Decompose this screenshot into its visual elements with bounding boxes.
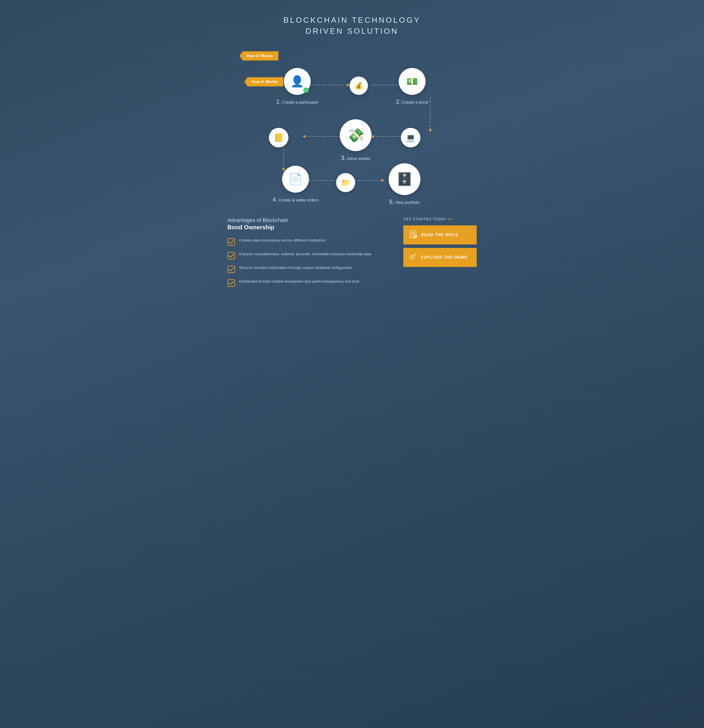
small-trade-circle: 💻 (401, 128, 420, 147)
advantage-text-2: Ensures comprehensive, ordered, accurate… (239, 251, 371, 257)
check-icon-3 (227, 266, 235, 273)
step-1-circle: 👤 + (284, 68, 311, 95)
step-3-node: 💸 3. Issue quotes (340, 119, 372, 161)
bottom-section: Advantages of Blockchain Bond Ownership … (227, 217, 477, 292)
advantage-text-4: Distributed records combat monopolies an… (239, 279, 359, 284)
step-4-icon: 📄 (289, 173, 302, 186)
svg-marker-5 (429, 129, 432, 132)
small-ledger-icon: 📒 (274, 133, 284, 142)
advantages-title: Bond Ownership (227, 224, 384, 231)
cta-col: GET STARTED TODAY >> API READ THE DOCS (403, 217, 477, 270)
flow-diagram: How It Works 👤 + 1. Create a participant… (244, 61, 460, 198)
read-docs-icon: API (409, 230, 417, 240)
step-2-icon: 💵 (406, 76, 418, 87)
small-folder-icon: 📁 (341, 178, 350, 187)
step-1-icon: 👤 (290, 75, 304, 88)
small-folder-circle: 📁 (336, 173, 355, 192)
step-5-icon: 🗄️ (397, 172, 413, 186)
page-title: BLOCKCHAIN TECHNOLOGY DRIVEN SOLUTION (227, 14, 477, 37)
step-1-plus: + (303, 88, 309, 93)
small-bond-node: 💰 (349, 77, 368, 95)
small-trade-node: 💻 (401, 128, 420, 147)
check-icon-2 (227, 252, 235, 260)
explore-demo-button[interactable]: EXPLORE THE DEMO (403, 248, 477, 267)
advantage-item-3: Secures sensitive information through un… (227, 265, 384, 273)
page-header: BLOCKCHAIN TECHNOLOGY DRIVEN SOLUTION (227, 14, 477, 37)
small-trade-icon: 💻 (406, 133, 415, 142)
check-icon-1 (227, 238, 235, 246)
step-2-label: 2. Create a bond (396, 98, 428, 105)
small-bond-circle: 💰 (349, 77, 368, 95)
advantages-col: Advantages of Blockchain Bond Ownership … (227, 217, 384, 292)
advantage-text-1: Creates data consistency across differen… (239, 238, 326, 243)
chevrons: >> (448, 217, 453, 221)
step-3-label: 3. Issue quotes (341, 155, 370, 161)
small-ledger-circle: 📒 (269, 128, 289, 147)
step-5-circle: 🗄️ (389, 163, 420, 195)
read-docs-button[interactable]: API READ THE DOCS (403, 225, 477, 244)
step-5-label: 5. View portfolio (389, 198, 420, 205)
explore-demo-label: EXPLORE THE DEMO (421, 255, 467, 260)
advantage-item-2: Ensures comprehensive, ordered, accurate… (227, 251, 384, 260)
svg-text:API: API (413, 235, 417, 238)
svg-point-28 (411, 256, 413, 258)
small-ledger-node: 📒 (269, 128, 289, 147)
advantage-item-4: Distributed records combat monopolies an… (227, 279, 384, 287)
step-3-icon: 💸 (347, 127, 364, 143)
step-2-circle: 💵 (399, 68, 426, 95)
step-1-label: 1. Create a participant (276, 98, 318, 105)
check-icon-4 (227, 279, 235, 287)
small-folder-node: 📁 (336, 173, 355, 192)
how-it-works-badge: How It Works (239, 51, 278, 61)
get-started-label: GET STARTED TODAY >> (403, 217, 477, 221)
step-2-node: 💵 2. Create a bond (396, 68, 428, 105)
svg-marker-15 (381, 179, 385, 182)
advantage-item-1: Creates data consistency across differen… (227, 238, 384, 246)
explore-demo-icon (409, 252, 417, 263)
read-docs-label: READ THE DOCS (421, 233, 458, 237)
step-3-circle: 💸 (340, 119, 372, 151)
advantages-subtitle: Advantages of Blockchain (227, 217, 384, 224)
step-4-node: 📄 4. Create & settle orders (273, 166, 319, 203)
step-4-circle: 📄 (282, 166, 309, 193)
step-4-label: 4. Create & settle orders (273, 196, 319, 203)
advantage-text-3: Secures sensitive information through un… (239, 265, 352, 271)
step-1-node: 👤 + 1. Create a participant (276, 68, 318, 105)
step-5-node: 🗄️ 5. View portfolio (389, 163, 420, 205)
svg-marker-9 (302, 135, 306, 138)
small-bond-icon: 💰 (355, 81, 363, 90)
how-it-works-section: How It Works (227, 51, 477, 198)
how-it-works-badge-2: How It Works (244, 77, 283, 87)
